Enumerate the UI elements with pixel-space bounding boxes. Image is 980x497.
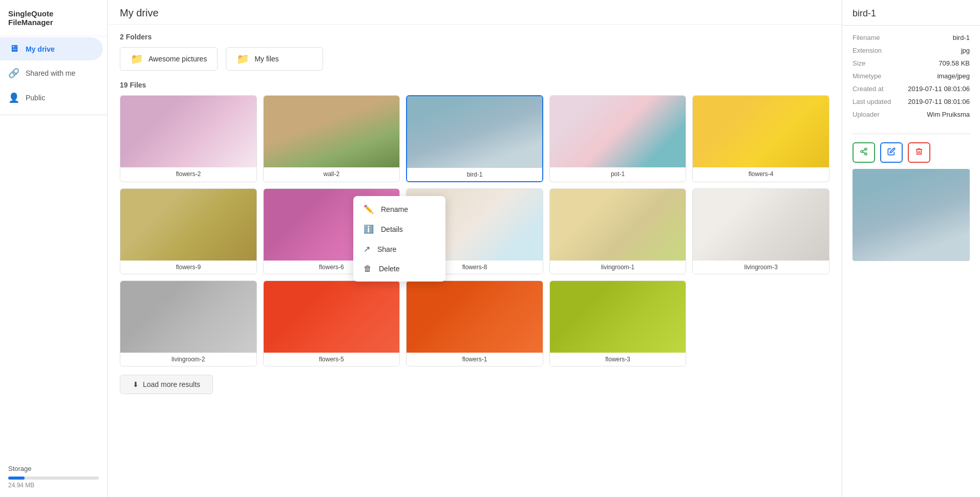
file-name: bird-1	[407, 168, 542, 181]
load-more-button[interactable]: ⬇ Load more results	[120, 375, 213, 394]
svg-point-1	[861, 150, 863, 153]
sidebar-item-label-shared: Shared with me	[26, 69, 75, 77]
files-grid: flowers-2wall-2bird-1pot-1flowers-4flowe…	[120, 95, 829, 366]
folder-my-files[interactable]: 📁 My files	[226, 47, 323, 71]
sidebar-nav: 🖥 My drive 🔗 Shared with me 👤 Public	[0, 36, 107, 111]
file-card[interactable]: livingroom-3	[692, 188, 829, 274]
sidebar-item-public[interactable]: 👤 Public	[0, 86, 103, 110]
storage-bar-fill	[8, 477, 25, 480]
sidebar-item-label-public: Public	[26, 94, 45, 102]
file-thumbnail	[120, 96, 257, 167]
panel-delete-button[interactable]	[908, 142, 930, 163]
drive-icon: 🖥	[8, 44, 19, 54]
file-name: livingroom-1	[550, 261, 686, 274]
meta-row: Created at2019-07-11 08:01:06	[853, 85, 970, 93]
main-content: 2 Folders 📁 Awesome pictures 📁 My files …	[108, 25, 842, 497]
context-menu-details-label: Details	[381, 225, 403, 233]
storage-size: 24.94 MB	[8, 482, 99, 489]
file-name: wall-2	[264, 167, 400, 181]
panel-preview	[842, 169, 980, 497]
file-name: flowers-1	[407, 353, 543, 366]
context-menu-rename[interactable]: ✏️ Rename	[353, 199, 445, 219]
file-card[interactable]: flowers-2	[120, 95, 257, 182]
meta-value: 2019-07-11 08:01:06	[908, 85, 970, 93]
meta-value: Wim Pruiksma	[927, 111, 970, 118]
meta-key: Last updated	[853, 98, 891, 105]
file-thumbnail	[693, 189, 829, 261]
sidebar-item-my-drive[interactable]: 🖥 My drive	[0, 37, 103, 60]
panel-title: bird-1	[842, 0, 980, 26]
load-more-chevron-icon: ⬇	[133, 380, 139, 388]
meta-key: Mimetype	[853, 72, 881, 80]
load-more-label: Load more results	[143, 380, 200, 388]
file-thumbnail	[550, 189, 686, 261]
file-card[interactable]: livingroom-1	[549, 188, 687, 274]
storage-section: Storage 24.94 MB	[0, 457, 107, 497]
panel-divider	[853, 134, 970, 134]
panel-edit-button[interactable]	[880, 142, 903, 163]
rename-icon: ✏️	[364, 204, 374, 214]
file-card[interactable]: livingroom-2	[120, 280, 257, 366]
context-menu-share-label: Share	[377, 245, 396, 253]
context-menu-details[interactable]: ℹ️ Details	[353, 219, 445, 239]
files-label: 19 Files	[120, 81, 829, 89]
meta-key: Extension	[853, 47, 882, 54]
file-card[interactable]: flowers-1	[406, 280, 543, 366]
file-card[interactable]: bird-1	[406, 95, 543, 182]
panel-preview-image	[853, 169, 970, 261]
context-menu: ✏️ Rename ℹ️ Details ↗ Share 🗑 Delete	[353, 196, 445, 282]
folder-icon-awesome: 📁	[131, 53, 143, 65]
file-thumbnail	[264, 96, 400, 167]
file-card[interactable]: pot-1	[549, 95, 687, 182]
sidebar-divider	[0, 115, 107, 115]
file-name: flowers-9	[120, 261, 257, 274]
meta-value: 709.58 KB	[939, 59, 970, 67]
meta-row: Filenamebird-1	[853, 34, 970, 41]
context-menu-delete[interactable]: 🗑 Delete	[353, 259, 445, 278]
meta-value: bird-1	[953, 34, 970, 41]
file-thumbnail	[693, 96, 829, 167]
share-ctx-icon: ↗	[364, 244, 370, 254]
meta-key: Filename	[853, 34, 880, 41]
sidebar-item-label-my-drive: My drive	[26, 45, 55, 53]
panel-share-button[interactable]	[853, 142, 875, 163]
file-card[interactable]: flowers-9	[120, 188, 257, 274]
file-thumbnail	[120, 189, 257, 261]
page-title: My drive	[120, 7, 829, 19]
meta-value: image/jpeg	[937, 72, 970, 80]
folder-name-myfiles: My files	[254, 55, 279, 63]
file-card[interactable]: flowers-3	[549, 280, 687, 366]
file-thumbnail	[550, 96, 686, 167]
file-card[interactable]: flowers-5	[263, 280, 400, 366]
file-thumbnail	[407, 281, 543, 353]
main-header: My drive	[108, 0, 842, 25]
context-menu-delete-label: Delete	[379, 265, 399, 273]
panel-meta: Filenamebird-1ExtensionjpgSize709.58 KBM…	[842, 26, 980, 132]
meta-row: Extensionjpg	[853, 47, 970, 54]
meta-row: Mimetypeimage/jpeg	[853, 72, 970, 80]
app-title: SingleQuote FileManager	[0, 0, 107, 36]
meta-row: Last updated2019-07-11 08:01:06	[853, 98, 970, 105]
sidebar-item-shared[interactable]: 🔗 Shared with me	[0, 61, 103, 85]
context-menu-share[interactable]: ↗ Share	[353, 239, 445, 259]
file-name: flowers-5	[264, 353, 400, 366]
meta-row: UploaderWim Pruiksma	[853, 111, 970, 118]
details-icon: ℹ️	[364, 224, 374, 234]
svg-line-3	[863, 152, 865, 154]
folder-icon-myfiles: 📁	[237, 53, 249, 65]
meta-value: 2019-07-11 08:01:06	[908, 98, 970, 105]
folders-row: 📁 Awesome pictures 📁 My files	[120, 47, 829, 71]
panel-edit-icon	[887, 147, 896, 158]
file-name: livingroom-2	[120, 353, 257, 366]
meta-key: Uploader	[853, 111, 880, 118]
panel-delete-icon	[915, 147, 923, 158]
file-card[interactable]: flowers-4	[692, 95, 829, 182]
file-card[interactable]: wall-2	[263, 95, 400, 182]
folders-label: 2 Folders	[120, 33, 829, 41]
file-thumbnail	[120, 281, 257, 353]
svg-point-0	[865, 148, 867, 150]
main-area: My drive 2 Folders 📁 Awesome pictures 📁 …	[108, 0, 842, 497]
public-icon: 👤	[8, 92, 19, 103]
folder-awesome-pictures[interactable]: 📁 Awesome pictures	[120, 47, 218, 71]
svg-line-4	[863, 149, 865, 151]
